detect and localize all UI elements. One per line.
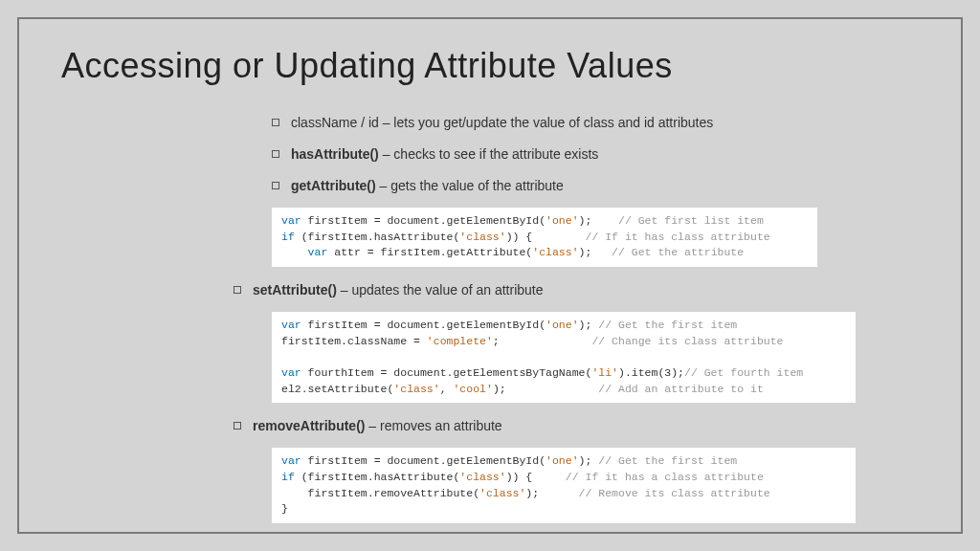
bullet-desc: – gets the value of the attribute: [376, 178, 564, 193]
code-string: 'cool': [453, 383, 492, 395]
code-string: 'class': [459, 231, 505, 243]
code-string: 'one': [546, 214, 579, 227]
bullet-list: removeAttribute() – removes an attribute: [234, 416, 919, 436]
code-comment: // Get the first item: [598, 454, 737, 467]
code-keyword: var: [281, 319, 301, 331]
code-text: firstItem = document.getElementById(: [301, 214, 546, 227]
code-text: )) {: [506, 231, 533, 243]
code-string: 'li': [591, 366, 618, 379]
page-title: Accessing or Updating Attribute Values: [61, 46, 919, 86]
code-block: var firstItem = document.getElementById(…: [272, 312, 856, 403]
code-comment: // Add an attribute to it: [598, 383, 764, 395]
code-string: 'one': [546, 454, 579, 467]
code-keyword: if: [281, 471, 295, 483]
bullet-list: className / id – lets you get/update the…: [272, 113, 919, 196]
bullet-desc: – checks to see if the attribute exists: [379, 146, 599, 162]
list-item: getAttribute() – gets the value of the a…: [272, 176, 919, 196]
bullet-list: setAttribute() – updates the value of an…: [234, 280, 919, 300]
method-name: removeAttribute(): [253, 418, 365, 433]
code-text: (firstItem.hasAttribute(: [295, 471, 460, 483]
code-text: firstItem.removeAttribute(: [281, 487, 479, 499]
bullet-text: setAttribute() – updates the value of an…: [253, 280, 544, 300]
code-comment: // If it has class attribute: [585, 231, 769, 243]
code-text: attr = firstItem.getAttribute(: [327, 246, 532, 258]
code-text: firstItem = document.getElementById(: [301, 454, 546, 467]
list-item: setAttribute() – updates the value of an…: [234, 280, 919, 300]
list-item: removeAttribute() – removes an attribute: [234, 416, 919, 436]
code-text: fourthItem = document.getElementsByTagNa…: [301, 366, 592, 379]
method-name: hasAttribute(): [291, 146, 379, 162]
code-comment: // Get first list item: [618, 214, 764, 227]
code-text: )) {: [506, 471, 533, 483]
code-text: );: [493, 383, 506, 395]
bullet-icon: [272, 182, 279, 189]
bullet-desc: – updates the value of an attribute: [337, 282, 544, 298]
list-item: hasAttribute() – checks to see if the at…: [272, 144, 919, 165]
code-text: ;: [493, 335, 500, 347]
code-keyword: var: [308, 246, 328, 258]
list-item: className / id – lets you get/update the…: [272, 113, 919, 133]
code-comment: // Get the first item: [598, 319, 737, 331]
code-text: }: [281, 502, 288, 515]
code-text: );: [579, 246, 592, 258]
code-comment: // Remove its class attribute: [579, 487, 770, 499]
bullet-icon: [272, 150, 279, 158]
code-text: ).item(3);: [618, 366, 684, 379]
code-string: 'class': [532, 246, 578, 258]
bullet-icon: [234, 286, 241, 294]
code-comment: // Change its class attribute: [591, 335, 783, 347]
bullet-icon: [234, 422, 241, 430]
code-string: 'one': [546, 319, 579, 331]
code-text: firstItem.className =: [281, 335, 427, 347]
code-text: el2.setAttribute(: [281, 383, 393, 395]
method-name: getAttribute(): [291, 178, 376, 193]
code-keyword: if: [281, 231, 295, 243]
method-name: setAttribute(): [253, 282, 337, 298]
code-keyword: var: [281, 366, 301, 379]
code-string: 'class': [459, 471, 505, 483]
bullet-text: getAttribute() – gets the value of the a…: [291, 176, 564, 196]
code-text: );: [579, 454, 592, 467]
code-text: );: [579, 214, 592, 227]
code-string: 'class': [479, 487, 525, 499]
code-text: );: [525, 487, 539, 499]
code-text: ,: [440, 383, 454, 395]
code-string: 'class': [393, 383, 439, 395]
bullet-text: hasAttribute() – checks to see if the at…: [291, 144, 598, 165]
code-keyword: var: [281, 214, 301, 227]
bullet-text: className / id – lets you get/update the…: [291, 113, 713, 133]
code-block: var firstItem = document.getElementById(…: [272, 208, 817, 267]
code-comment: // If it has a class attribute: [566, 471, 764, 483]
bullet-desc: – removes an attribute: [365, 418, 501, 433]
slide-frame: Accessing or Updating Attribute Values c…: [17, 17, 963, 534]
code-text: (firstItem.hasAttribute(: [295, 231, 460, 243]
code-text: );: [579, 319, 592, 331]
code-keyword: var: [281, 454, 301, 467]
bullet-icon: [272, 119, 279, 126]
code-string: 'complete': [427, 335, 493, 347]
code-block: var firstItem = document.getElementById(…: [272, 448, 856, 523]
code-text: firstItem = document.getElementById(: [301, 319, 546, 331]
bullet-text: removeAttribute() – removes an attribute: [253, 416, 502, 436]
code-comment: // Get fourth item: [684, 366, 803, 379]
code-comment: // Get the attribute: [612, 246, 744, 258]
